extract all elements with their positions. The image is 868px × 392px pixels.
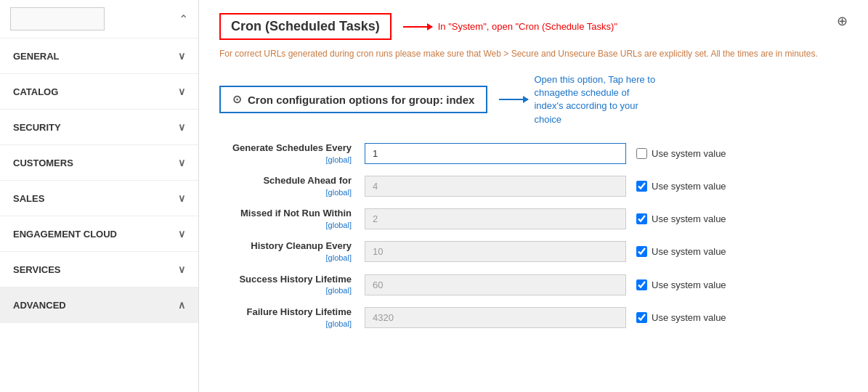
sidebar-item-advanced[interactable]: ADVANCED∧	[0, 287, 198, 323]
form-input-5	[365, 307, 626, 328]
form-label-sub-4: [global]	[219, 285, 352, 295]
form-label-sub-5: [global]	[219, 319, 352, 329]
form-label-0: Generate Schedules Every[global]	[219, 142, 365, 165]
sidebar-item-chevron-advanced: ∧	[178, 299, 185, 311]
cron-group-annotation-text: Open this option, Tap here to chnagethe …	[534, 73, 659, 126]
sidebar-item-chevron-services: ∨	[178, 264, 185, 275]
form-label-5: Failure History Lifetime[global]	[219, 306, 365, 329]
form-row-2: Missed if Not Run Within[global]Use syst…	[219, 208, 848, 230]
sidebar-item-chevron-general: ∨	[178, 50, 185, 62]
cron-group-annotation: Open this option, Tap here to chnagethe …	[499, 73, 659, 126]
sidebar-item-label-catalog: CATALOG	[13, 86, 58, 97]
sidebar: ⌃ GENERAL∨CATALOG∨SECURITY∨CUSTOMERS∨SAL…	[0, 0, 199, 392]
form-system-checkbox-2[interactable]	[636, 213, 647, 224]
form-input-wrap-3	[365, 241, 626, 262]
form-input-wrap-1	[365, 176, 626, 197]
page-title: Cron (Scheduled Tasks)	[219, 13, 392, 40]
sidebar-item-services[interactable]: SERVICES∨	[0, 252, 198, 287]
sidebar-item-chevron-sales: ∨	[178, 192, 185, 204]
annotation-arrow	[403, 26, 432, 28]
page-collapse-icon[interactable]: ⊕	[837, 13, 848, 29]
form-input-wrap-5	[365, 307, 626, 328]
form-system-checkbox-0[interactable]	[636, 148, 647, 159]
form-system-label-5: Use system value	[652, 312, 726, 323]
sidebar-item-label-customers: CUSTOMERS	[13, 158, 73, 168]
form-system-label-0: Use system value	[652, 148, 726, 159]
sidebar-item-general[interactable]: GENERAL∨	[0, 38, 198, 74]
form-label-sub-3: [global]	[219, 253, 352, 263]
form-label-1: Schedule Ahead for[global]	[219, 175, 365, 197]
form-row-0: Generate Schedules Every[global]Use syst…	[219, 142, 848, 165]
form-input-wrap-2	[365, 208, 626, 229]
form-input-2	[365, 208, 626, 229]
annotation-text: In "System", open "Cron (Schedule Tasks)…	[438, 21, 617, 32]
sidebar-item-label-engagement-cloud: ENGAGEMENT CLOUD	[13, 229, 117, 240]
form-label-4: Success History Lifetime[global]	[219, 274, 365, 296]
form-label-sub-0: [global]	[219, 155, 352, 165]
info-text: For correct URLs generated during cron r…	[219, 47, 848, 60]
sidebar-logo	[10, 7, 105, 30]
page-title-annotation: In "System", open "Cron (Schedule Tasks)…	[403, 21, 617, 32]
form-system-label-2: Use system value	[652, 213, 726, 224]
form-system-checkbox-1[interactable]	[636, 181, 647, 192]
sidebar-item-label-services: SERVICES	[13, 264, 61, 275]
form-input-wrap-4	[365, 274, 626, 295]
main-content: Cron (Scheduled Tasks) In "System", open…	[199, 0, 868, 392]
sidebar-item-customers[interactable]: CUSTOMERS∨	[0, 145, 198, 181]
sidebar-item-chevron-security: ∨	[178, 121, 185, 133]
form-input-wrap-0	[365, 143, 626, 164]
form-row-3: History Cleanup Every[global]Use system …	[219, 240, 848, 263]
form-system-checkbox-3[interactable]	[636, 246, 647, 257]
sidebar-item-security[interactable]: SECURITY∨	[0, 110, 198, 145]
sidebar-item-sales[interactable]: SALES∨	[0, 181, 198, 216]
sidebar-item-label-general: GENERAL	[13, 51, 60, 62]
sidebar-logo-area: ⌃	[0, 0, 198, 38]
form-label-3: History Cleanup Every[global]	[219, 240, 365, 263]
form-system-checkbox-4[interactable]	[636, 279, 647, 290]
form-system-value-0[interactable]: Use system value	[636, 148, 726, 159]
cron-group-header: ⊙ Cron configuration options for group: …	[219, 73, 848, 126]
form-input-1	[365, 176, 626, 197]
form-system-value-1[interactable]: Use system value	[636, 181, 726, 192]
page-header-left: Cron (Scheduled Tasks) In "System", open…	[219, 13, 617, 40]
form-system-value-5[interactable]: Use system value	[636, 312, 726, 323]
cron-group-label: Cron configuration options for group: in…	[248, 94, 474, 106]
cron-group-box[interactable]: ⊙ Cron configuration options for group: …	[219, 86, 487, 113]
form-row-5: Failure History Lifetime[global]Use syst…	[219, 306, 848, 329]
form-input-0[interactable]	[365, 143, 626, 164]
form-table: Generate Schedules Every[global]Use syst…	[219, 142, 848, 329]
form-system-checkbox-5[interactable]	[636, 312, 647, 323]
cron-group-expand-icon: ⊙	[232, 93, 242, 106]
sidebar-item-label-sales: SALES	[13, 193, 44, 204]
form-system-label-4: Use system value	[652, 279, 726, 290]
sidebar-collapse-icon[interactable]: ⌃	[179, 12, 188, 26]
page-header: Cron (Scheduled Tasks) In "System", open…	[219, 13, 848, 40]
form-label-sub-1: [global]	[219, 187, 352, 197]
form-label-sub-2: [global]	[219, 220, 352, 230]
form-row-4: Success History Lifetime[global]Use syst…	[219, 274, 848, 296]
form-input-3	[365, 241, 626, 262]
form-system-value-3[interactable]: Use system value	[636, 246, 726, 257]
sidebar-item-label-advanced: ADVANCED	[13, 300, 66, 311]
form-input-4	[365, 274, 626, 295]
form-system-label-1: Use system value	[652, 181, 726, 192]
form-system-value-4[interactable]: Use system value	[636, 279, 726, 290]
sidebar-item-chevron-catalog: ∨	[178, 86, 185, 97]
sidebar-item-chevron-customers: ∨	[178, 157, 185, 168]
sidebar-item-engagement-cloud[interactable]: ENGAGEMENT CLOUD∨	[0, 216, 198, 252]
cron-group-arrow	[499, 99, 528, 100]
form-row-1: Schedule Ahead for[global]Use system val…	[219, 175, 848, 197]
form-system-label-3: Use system value	[652, 246, 726, 257]
sidebar-item-label-security: SECURITY	[13, 122, 61, 133]
sidebar-item-catalog[interactable]: CATALOG∨	[0, 74, 198, 110]
sidebar-item-chevron-engagement-cloud: ∨	[178, 228, 185, 240]
form-label-2: Missed if Not Run Within[global]	[219, 208, 365, 230]
form-system-value-2[interactable]: Use system value	[636, 213, 726, 224]
